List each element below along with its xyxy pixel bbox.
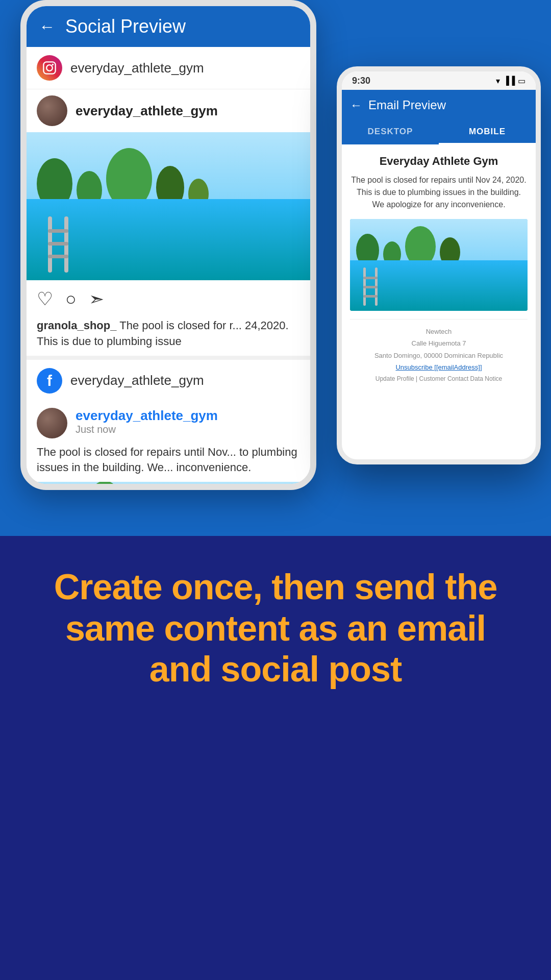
email-address: Calle Higuemota 7 [350, 337, 528, 349]
top-section: ← Social Preview everyday_athlete_gym [0, 0, 551, 536]
share-icon[interactable]: ➣ [89, 288, 104, 310]
status-time: 9:30 [352, 76, 370, 86]
svg-rect-10 [363, 277, 378, 279]
facebook-post-info: everyday_athlete_gym Just now [76, 408, 218, 435]
svg-rect-5 [48, 229, 68, 233]
email-company: Newtech [350, 326, 528, 337]
marketing-tagline: Create once, then send the same content … [31, 567, 520, 690]
social-back-arrow[interactable]: ← [39, 17, 55, 36]
email-unsubscribe-link[interactable]: Unsubscribe [[emailAddress]] [395, 363, 482, 371]
facebook-icon: f [37, 368, 62, 394]
email-status-bar: 9:30 ▾ ▐▐ ▭ [342, 71, 536, 90]
email-tabs: DESKTOP MOBILE [342, 120, 536, 144]
email-preview-title: Email Preview [368, 98, 446, 112]
instagram-post-username: everyday_athlete_gym [76, 103, 218, 119]
facebook-post-time: Just now [76, 424, 218, 435]
instagram-platform-header: everyday_athlete_gym [27, 47, 310, 89]
svg-rect-7 [48, 255, 68, 258]
instagram-post-caption: granola_shop_ The pool is closed for r..… [27, 318, 310, 356]
svg-rect-11 [363, 286, 378, 288]
tab-mobile[interactable]: MOBILE [439, 120, 536, 144]
facebook-post-header: everyday_athlete_gym Just now [27, 402, 310, 445]
facebook-username-header: everyday_athlete_gym [70, 373, 204, 388]
instagram-post-user: everyday_athlete_gym [27, 89, 310, 132]
instagram-caption-username: granola_shop_ [37, 319, 116, 332]
social-preview-title: Social Preview [65, 16, 186, 37]
email-preview-phone: 9:30 ▾ ▐▐ ▭ ← Email Preview DESKTOP MOBI… [337, 66, 541, 464]
svg-rect-6 [48, 242, 68, 246]
signal-icon: ▐▐ [503, 76, 515, 85]
email-body: Everyday Athlete Gym The pool is closed … [342, 144, 536, 395]
comment-icon[interactable]: ○ [65, 288, 77, 310]
email-message-text: The pool is closed for repairs until Nov… [350, 174, 528, 211]
social-header-bar: ← Social Preview [27, 6, 310, 47]
facebook-post-text: The pool is closed for repairs until Nov… [27, 445, 310, 482]
instagram-avatar [37, 95, 67, 126]
social-preview-phone: ← Social Preview everyday_athlete_gym [20, 0, 316, 490]
email-footer-links: Update Profile | Customer Contact Data N… [350, 374, 528, 385]
facebook-platform-header: f everyday_athlete_gym [27, 360, 310, 402]
email-header-bar: ← Email Preview [342, 90, 536, 120]
email-pool-image [350, 219, 528, 311]
email-city: Santo Domingo, 00000 Dominican Republic [350, 350, 528, 361]
status-icons: ▾ ▐▐ ▭ [496, 76, 525, 86]
facebook-post-image [27, 482, 310, 490]
wifi-icon: ▾ [496, 76, 500, 86]
battery-icon: ▭ [518, 76, 525, 86]
svg-rect-0 [43, 62, 55, 74]
instagram-icon [37, 55, 62, 81]
section-divider [27, 356, 310, 360]
tab-desktop[interactable]: DESKTOP [342, 120, 439, 144]
facebook-post-name: everyday_athlete_gym [76, 408, 218, 424]
svg-rect-12 [363, 295, 378, 298]
email-back-arrow[interactable]: ← [350, 98, 362, 112]
facebook-avatar [37, 408, 67, 438]
social-content: everyday_athlete_gym everyday_athlete_gy… [27, 47, 310, 490]
instagram-post-actions: ♡ ○ ➣ [27, 280, 310, 318]
email-gym-name: Everyday Athlete Gym [350, 155, 528, 168]
instagram-pool-image [27, 132, 310, 280]
like-icon[interactable]: ♡ [37, 288, 53, 310]
svg-point-1 [46, 65, 53, 71]
bottom-section: Create once, then send the same content … [0, 536, 551, 731]
instagram-username-header: everyday_athlete_gym [70, 60, 204, 76]
svg-point-2 [52, 64, 54, 65]
email-footer: Newtech Calle Higuemota 7 Santo Domingo,… [350, 319, 528, 384]
